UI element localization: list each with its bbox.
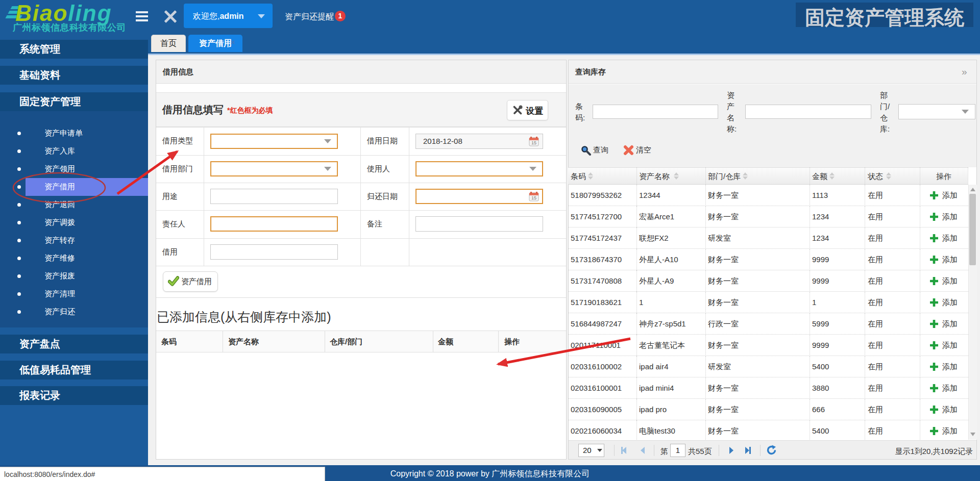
svg-text:15: 15 <box>531 140 536 145</box>
svg-text:15: 15 <box>531 195 536 200</box>
